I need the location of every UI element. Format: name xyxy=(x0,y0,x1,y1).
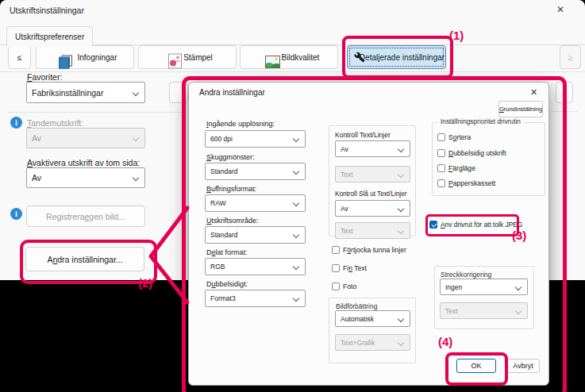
chevron-down-icon xyxy=(293,136,299,142)
barcode-select[interactable]: Ingen xyxy=(440,279,528,295)
favorites-value: Fabriksinställningar xyxy=(32,88,103,98)
wrench-icon xyxy=(354,52,365,63)
info-icon xyxy=(10,117,22,129)
jpeg-driver-checkbox[interactable] xyxy=(429,221,437,229)
text-lines-control-label: Kontroll Text/Linjer xyxy=(335,131,391,139)
toolbar-stamp-button[interactable]: Stämpel xyxy=(138,45,237,69)
favorites-label: Favoriter: xyxy=(27,72,62,82)
chevron-down-icon xyxy=(398,315,404,321)
chevron-down-icon xyxy=(293,168,299,175)
color-mode-row: Färgläge xyxy=(437,164,475,172)
printable-area-select[interactable]: Standard xyxy=(205,226,306,244)
fine-text-row: Fin Text xyxy=(332,264,367,272)
input-resolution-select[interactable]: 600 dpi xyxy=(205,130,306,148)
barcode-title: Streckkorrigering xyxy=(441,271,491,279)
annotation-step1-number: (1) xyxy=(449,29,464,42)
blank-page-select[interactable]: Av xyxy=(26,167,145,188)
favorites-divider xyxy=(8,112,182,113)
toolbar-prev-button[interactable]: ≤ xyxy=(8,45,31,69)
image-enhancement-target-value: Text+Grafik xyxy=(341,339,375,347)
knockout-control-value: Av xyxy=(341,205,348,213)
cancel-button[interactable]: Avbryt xyxy=(506,359,540,373)
tandem-value: Av xyxy=(32,133,41,143)
barcode-target-value: Text xyxy=(445,307,458,315)
duplex-row: Dubbelsidig utskrift xyxy=(437,149,506,157)
photo-label: Foto xyxy=(343,282,356,290)
image-enhancement-title: Bildförbättring xyxy=(336,302,377,310)
split-format-select[interactable]: RGB xyxy=(205,258,306,275)
input-resolution-value: 600 dpi xyxy=(210,135,233,143)
chevron-down-icon xyxy=(133,175,139,181)
tab-printing-preferences[interactable]: Utskriftspreferenser xyxy=(6,26,93,47)
knockout-target-value: Text xyxy=(341,227,353,235)
barcode-value: Ingen xyxy=(445,283,462,291)
image-enhancement-target-select: Text+Grafik xyxy=(335,334,410,351)
other-settings-button[interactable]: Andra inställningar... xyxy=(25,247,144,271)
image-enhancement-select[interactable]: Automatisk xyxy=(335,310,410,327)
right-divider xyxy=(552,111,578,112)
close-icon[interactable]: ✕ xyxy=(556,4,564,15)
thicken-fine-lines-checkbox[interactable] xyxy=(332,246,340,254)
input-resolution-label: Ingående upplösning: xyxy=(206,120,275,128)
chevron-down-icon xyxy=(515,283,521,290)
text-lines-control-select[interactable]: Av xyxy=(335,140,410,157)
toolbar-stamp-label: Stämpel xyxy=(183,53,213,62)
collate-row: Sortera xyxy=(437,133,471,141)
chevron-down-icon xyxy=(398,227,404,233)
blank-page-value: Av xyxy=(32,173,41,183)
jpeg-driver-label: Anv drivrut för att tolk JPEG xyxy=(441,221,522,229)
window-title: Utskriftsinställningar xyxy=(10,6,84,15)
knockout-target-select: Text xyxy=(335,222,410,239)
toolbar-image-quality-button[interactable]: Bildkvalitet xyxy=(240,45,338,69)
chevron-down-icon xyxy=(398,339,404,345)
info-icon xyxy=(10,208,22,220)
toolbar-insertions-label: Infogningar xyxy=(77,53,117,62)
collate-checkbox[interactable] xyxy=(437,133,445,141)
split-format-value: RGB xyxy=(210,263,225,271)
fine-text-label: Fin Text xyxy=(343,264,367,272)
toolbar-detailed-settings-button[interactable]: Detaljerade inställningar xyxy=(347,45,446,69)
jpeg-driver-row: Anv drivrut för att tolk JPEG xyxy=(429,221,522,229)
knockout-control-select[interactable]: Av xyxy=(335,200,410,217)
ok-button[interactable]: OK xyxy=(456,359,496,373)
toolbar-insertions-button[interactable]: Infogningar xyxy=(36,45,134,69)
partially-hidden-button-left[interactable] xyxy=(169,82,188,103)
annotation-step4-number: (4) xyxy=(438,335,452,348)
barcode-target-select: Text xyxy=(440,302,528,319)
partially-hidden-button-right[interactable] xyxy=(556,82,573,103)
paper-tray-checkbox[interactable] xyxy=(437,179,445,187)
toolbar-detailed-settings-label: Detaljerade inställningar xyxy=(360,53,445,62)
thicken-fine-lines-label: Förtjocka tunna linjer xyxy=(343,246,406,254)
close-icon[interactable]: ✕ xyxy=(530,87,537,98)
toolbar-next-button[interactable]: ≥ xyxy=(560,45,581,69)
duplex-style-value: Format3 xyxy=(210,294,236,302)
chevron-down-icon xyxy=(398,145,404,152)
spool-format-label: Buffringsformat: xyxy=(206,185,256,193)
blank-page-label: Avaktivera utskrift av tom sida: xyxy=(27,158,140,167)
favorites-select[interactable]: Fabriksinställningar xyxy=(26,82,145,103)
chevron-down-icon xyxy=(133,89,139,95)
text-lines-control-value: Av xyxy=(341,145,348,153)
color-mode-label: Färgläge xyxy=(448,164,475,172)
chevron-down-icon xyxy=(515,307,521,313)
chevron-down-icon xyxy=(398,171,404,177)
default-settings-button[interactable]: Grundinställning xyxy=(498,101,543,117)
shading-pattern-value: Standard xyxy=(210,167,238,175)
duplex-label: Dubbelsidig utskrift xyxy=(448,149,506,157)
chevron-down-icon xyxy=(398,205,404,211)
color-mode-checkbox[interactable] xyxy=(437,164,445,172)
photo-row: Foto xyxy=(332,282,356,290)
duplex-checkbox[interactable] xyxy=(437,149,445,157)
photo-checkbox[interactable] xyxy=(332,282,340,290)
knockout-control-label: Kontroll Slå ut Text/Linjer xyxy=(335,190,406,198)
toolbar-divider xyxy=(0,71,585,72)
paper-tray-label: Papperskassett xyxy=(448,179,495,187)
chevron-down-icon xyxy=(293,200,299,206)
chevron-down-icon xyxy=(293,263,299,270)
spool-format-select[interactable]: RAW xyxy=(205,194,306,212)
fine-text-checkbox[interactable] xyxy=(332,264,340,272)
shading-pattern-select[interactable]: Standard xyxy=(205,163,306,180)
duplex-style-select[interactable]: Format3 xyxy=(205,290,306,307)
toolbar-image-quality-label: Bildkvalitet xyxy=(282,53,320,62)
printable-area-label: Utskriftsområde: xyxy=(206,217,259,225)
